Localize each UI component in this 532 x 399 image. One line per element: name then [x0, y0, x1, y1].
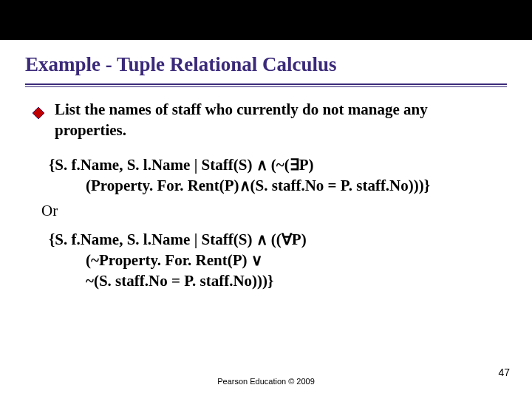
- footer-copyright: Pearson Education © 2009: [0, 377, 532, 386]
- formula-2-line-1: {S. f.Name, S. l.Name | Staff(S) ∧ ((∀P): [49, 231, 307, 248]
- bullet-text: List the names of staff who currently do…: [55, 99, 499, 141]
- formula-2: {S. f.Name, S. l.Name | Staff(S) ∧ ((∀P)…: [49, 229, 499, 292]
- page-number: 47: [498, 366, 510, 378]
- diamond-bullet-icon: [33, 103, 44, 124]
- formula-2-line-3: ~(S. staff.No = P. staff.No)))}: [86, 270, 499, 291]
- heading-area: Example - Tuple Relational Calculus: [0, 40, 532, 81]
- formula-1: {S. f.Name, S. l.Name | Staff(S) ∧ (~(∃P…: [49, 154, 499, 197]
- formula-2-line-2: (~Property. For. Rent(P) ∨: [86, 250, 499, 270]
- top-black-bar: [0, 0, 532, 40]
- svg-marker-0: [33, 107, 44, 119]
- slide-body: List the names of staff who currently do…: [0, 87, 532, 292]
- divider-thick: [25, 83, 507, 85]
- or-label: Or: [41, 200, 499, 221]
- formula-1-line-2: (Property. For. Rent(P)∧(S. staff.No = P…: [86, 175, 499, 196]
- bullet-item: List the names of staff who currently do…: [33, 99, 499, 141]
- slide-title: Example - Tuple Relational Calculus: [25, 53, 507, 76]
- formula-1-line-1: {S. f.Name, S. l.Name | Staff(S) ∧ (~(∃P…: [49, 156, 314, 174]
